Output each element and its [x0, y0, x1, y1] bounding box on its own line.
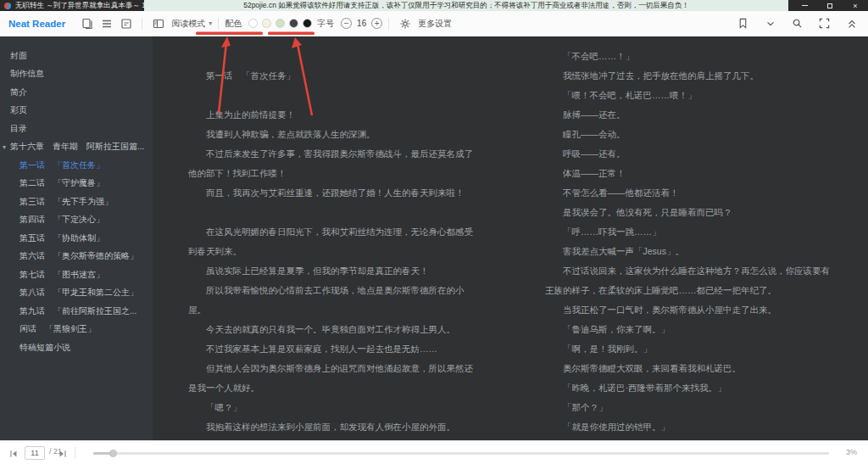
- gear-icon: [398, 17, 411, 30]
- paragraph: 体温——正常！: [545, 164, 837, 183]
- more-settings-label: 更多设置: [418, 18, 452, 30]
- toc-item[interactable]: ▾ 第六话 「奥尔斯帝德的策略」: [0, 248, 153, 266]
- paragraph: 瞳孔——会动。: [545, 125, 837, 144]
- minimize-button[interactable]: [792, 0, 817, 11]
- list-icon[interactable]: [100, 17, 113, 30]
- toc-item[interactable]: ▾ 第八话 「甲龙王和第二公主」: [0, 284, 153, 303]
- bookmark-icon[interactable]: [737, 17, 749, 30]
- font-size-value: 16: [356, 19, 367, 28]
- font-size-decrease-button[interactable]: −: [341, 18, 352, 29]
- progress-slider-handle[interactable]: [109, 450, 117, 457]
- toc-item[interactable]: ▾ 第十六章 青年期 阿斯拉王国篇...: [0, 138, 153, 157]
- page-number-input[interactable]: 11: [25, 446, 45, 460]
- paragraph: 害我差点大喊一声「Jesus」。: [545, 242, 837, 261]
- paragraph: 我遭到人神欺骗，差点就跌落人生的深渊。: [188, 125, 481, 144]
- paragraph: 所以我带着愉悦的心情前去工作现场，地点是奥尔斯帝德所在的小屋。: [188, 281, 481, 320]
- paragraph: 是我误会了。他没有死，只是睡着而已吗？: [545, 203, 837, 222]
- close-button[interactable]: ×: [843, 0, 868, 11]
- more-settings-button[interactable]: 更多设置: [395, 17, 452, 30]
- toc-item-label: 彩页: [10, 104, 32, 116]
- toc-item[interactable]: ▾ 闲话 「黑狼剑王」: [0, 321, 153, 339]
- theme-swatch-white[interactable]: [248, 19, 258, 28]
- toc-item-label: 第二话 「守护魔兽」: [19, 177, 109, 189]
- reader-toolbar: Neat Reader 阅读模式 ▾ 配色 字号: [0, 11, 868, 36]
- reading-mode-icon: [152, 17, 164, 30]
- minimize-icon: [802, 5, 808, 6]
- toc-item-label: 简介: [10, 87, 32, 98]
- paragraph: 我慌张地冲了过去，把手放在他的肩上摇了几下。: [545, 66, 837, 86]
- toc-item[interactable]: ▾ 第七话 「图书迷宫」: [0, 266, 153, 284]
- paragraph: 当我正松了一口气时，奥尔斯帝德从小屋中走了出来。: [545, 300, 837, 320]
- theme-swatch-green[interactable]: [275, 19, 285, 28]
- pages-icon[interactable]: [81, 17, 93, 30]
- titlebar-left: 无职转生 ～到了异世界就拿出真本事～ 16: [4, 0, 150, 11]
- font-size-increase-button[interactable]: +: [371, 18, 382, 29]
- toc-item[interactable]: ▾ 简介: [0, 83, 153, 102]
- paragraph: 「就是你使用过的铠甲。」: [545, 417, 837, 437]
- statusbar-divider: [75, 447, 75, 459]
- toc-item[interactable]: ▾ 第三话 「先下手为强」: [0, 193, 153, 211]
- theme-swatch-dark[interactable]: [289, 19, 298, 28]
- paragraph: 「喂！不会吧，札诺巴……喂！」: [545, 86, 837, 105]
- paragraph: 上集为止的前情提要！: [188, 105, 481, 125]
- reading-mode-dropdown[interactable]: 阅读模式 ▾: [148, 17, 212, 30]
- paragraph: 「啊，是！我刚到。」: [545, 339, 837, 359]
- toolbar-divider: [142, 18, 142, 30]
- collapse-toolbar-icon[interactable]: [845, 17, 858, 30]
- toc-item-label: 第五话 「协助体制」: [19, 232, 109, 244]
- paragraph: 不管怎么看——他都还活着！: [545, 183, 837, 203]
- toc-item[interactable]: ▾ 特稿短篇小说: [0, 338, 153, 357]
- paragraph: 在这风光明媚的春日阳光下，我和艾莉丝结为连理，无论身心都感受到春天到来。: [188, 222, 481, 261]
- toc-item-label: 第七话 「图书迷宫」: [19, 269, 109, 281]
- search-icon[interactable]: [791, 17, 804, 30]
- content-column-right: 「不会吧……！」我慌张地冲了过去，把手放在他的肩上摇了几下。「喂！不会吧，札诺巴…: [545, 47, 837, 440]
- toc-sidebar: ▾ 封面 ▾ 制作信息 ▾ 简介 ▾ 彩页 ▾ 目录 ▾ 第十六章 青年期 阿斯…: [0, 36, 153, 440]
- last-page-button[interactable]: [58, 447, 70, 459]
- paragraph: [188, 47, 481, 66]
- paragraph: 不过后来发生了许多事，害我得跟奥尔斯帝德战斗，最后还莫名成了他的部下！找到工作喽…: [188, 144, 481, 183]
- paragraph: 「不会吧……！」: [545, 47, 837, 66]
- brand-logo[interactable]: Neat Reader: [8, 19, 65, 29]
- status-bar: 11 / 21 3%: [0, 440, 868, 464]
- toc-item-label: 第八话 「甲龙王和第二公主」: [19, 287, 143, 299]
- color-swatch-row: [248, 19, 312, 28]
- first-page-button[interactable]: [8, 447, 20, 459]
- reading-area: 第一话 「首次任务」上集为止的前情提要！我遭到人神欺骗，差点就跌落人生的深渊。不…: [153, 36, 868, 440]
- theme-swatch-sepia[interactable]: [262, 19, 271, 28]
- window-title: 无职转生 ～到了异世界就拿出真本事～ 16: [15, 1, 150, 11]
- toc-item-label: 闲话 「黑狼剑王」: [19, 323, 101, 335]
- paragraph: [188, 86, 481, 105]
- toc-item[interactable]: ▾ 目录: [0, 120, 153, 138]
- caret-down-icon[interactable]: ▾: [3, 143, 10, 151]
- toc-item[interactable]: ▾ 封面: [0, 47, 153, 65]
- crack-notice-banner: 52pojie.cn 如果觉得该软件好用请支持正版，该补丁仅限用于学习和研究目的…: [144, 0, 788, 11]
- maximize-button[interactable]: [817, 0, 843, 11]
- progress-slider[interactable]: [93, 452, 829, 455]
- toolbar-divider: [218, 18, 219, 30]
- paragraph: 但其他人会因为奥尔斯帝德身上的诅咒而对他涌起敌意，所以果然还是我一个人就好。: [188, 359, 481, 398]
- theme-swatch-black[interactable]: [303, 19, 312, 28]
- paragraph: 「嗯？」: [188, 398, 481, 417]
- font-size-label: 字号: [317, 18, 334, 30]
- maximize-icon: [827, 3, 832, 8]
- progress-percent: 3%: [846, 448, 857, 456]
- neat-reader-window: 无职转生 ～到了异世界就拿出真本事～ 16 52pojie.cn 如果觉得该软件…: [0, 0, 868, 464]
- chevron-down-icon[interactable]: [764, 17, 776, 30]
- toc-item[interactable]: ▾ 制作信息: [0, 65, 153, 84]
- toc-item-label: 第四话 「下定决心」: [19, 214, 109, 226]
- paragraph: 奥尔斯帝德瞪大双眼，来回看着我和札诺巴。: [545, 359, 837, 378]
- fullscreen-icon[interactable]: [818, 17, 831, 30]
- toc-item[interactable]: ▾ 彩页: [0, 102, 153, 120]
- paragraph: 第一话 「首次任务」: [188, 66, 481, 86]
- toc-item[interactable]: ▾ 第五话 「协助体制」: [0, 229, 153, 248]
- toc-item[interactable]: ▾ 第一话 「首次任务」: [0, 156, 153, 175]
- toc-item[interactable]: ▾ 第九话 「前往阿斯拉王国之...: [0, 302, 153, 321]
- paragraph: 而且，我再次与艾莉丝重逢，还跟她结了婚！人生的春天到来啦！: [188, 183, 481, 203]
- toc-item[interactable]: ▾ 第四话 「下定决心」: [0, 211, 153, 230]
- toc-item-label: 目录: [10, 123, 32, 135]
- paragraph: 呼吸——还有。: [545, 144, 837, 164]
- toc-item-label: 制作信息: [10, 68, 49, 80]
- notes-icon[interactable]: [120, 17, 132, 30]
- toc-item[interactable]: ▾ 第二话 「守护魔兽」: [0, 175, 153, 193]
- paragraph: [188, 203, 481, 222]
